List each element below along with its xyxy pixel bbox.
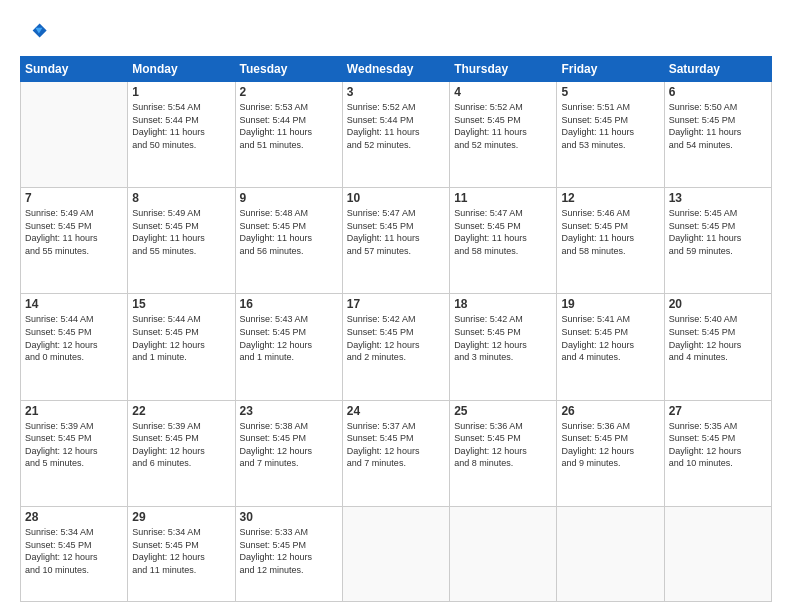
day-info: Sunrise: 5:51 AM Sunset: 5:45 PM Dayligh…	[561, 101, 659, 151]
day-info: Sunrise: 5:50 AM Sunset: 5:45 PM Dayligh…	[669, 101, 767, 151]
calendar-week-row: 1Sunrise: 5:54 AM Sunset: 5:44 PM Daylig…	[21, 82, 772, 188]
calendar-cell	[664, 506, 771, 601]
day-number: 8	[132, 191, 230, 205]
day-info: Sunrise: 5:53 AM Sunset: 5:44 PM Dayligh…	[240, 101, 338, 151]
day-info: Sunrise: 5:48 AM Sunset: 5:45 PM Dayligh…	[240, 207, 338, 257]
calendar-cell	[557, 506, 664, 601]
day-info: Sunrise: 5:36 AM Sunset: 5:45 PM Dayligh…	[454, 420, 552, 470]
calendar-cell: 16Sunrise: 5:43 AM Sunset: 5:45 PM Dayli…	[235, 294, 342, 400]
logo-icon	[20, 18, 48, 46]
day-number: 1	[132, 85, 230, 99]
calendar-cell: 20Sunrise: 5:40 AM Sunset: 5:45 PM Dayli…	[664, 294, 771, 400]
day-number: 21	[25, 404, 123, 418]
day-info: Sunrise: 5:44 AM Sunset: 5:45 PM Dayligh…	[25, 313, 123, 363]
calendar-cell: 5Sunrise: 5:51 AM Sunset: 5:45 PM Daylig…	[557, 82, 664, 188]
calendar-cell	[21, 82, 128, 188]
day-number: 28	[25, 510, 123, 524]
day-number: 9	[240, 191, 338, 205]
day-number: 5	[561, 85, 659, 99]
logo	[20, 18, 50, 46]
calendar-cell: 1Sunrise: 5:54 AM Sunset: 5:44 PM Daylig…	[128, 82, 235, 188]
calendar-cell: 18Sunrise: 5:42 AM Sunset: 5:45 PM Dayli…	[450, 294, 557, 400]
day-info: Sunrise: 5:43 AM Sunset: 5:45 PM Dayligh…	[240, 313, 338, 363]
day-number: 13	[669, 191, 767, 205]
day-number: 11	[454, 191, 552, 205]
calendar-cell: 22Sunrise: 5:39 AM Sunset: 5:45 PM Dayli…	[128, 400, 235, 506]
calendar-week-row: 28Sunrise: 5:34 AM Sunset: 5:45 PM Dayli…	[21, 506, 772, 601]
calendar-cell: 14Sunrise: 5:44 AM Sunset: 5:45 PM Dayli…	[21, 294, 128, 400]
day-info: Sunrise: 5:54 AM Sunset: 5:44 PM Dayligh…	[132, 101, 230, 151]
header-day: Wednesday	[342, 57, 449, 82]
header-day: Friday	[557, 57, 664, 82]
day-info: Sunrise: 5:42 AM Sunset: 5:45 PM Dayligh…	[347, 313, 445, 363]
day-info: Sunrise: 5:46 AM Sunset: 5:45 PM Dayligh…	[561, 207, 659, 257]
day-info: Sunrise: 5:52 AM Sunset: 5:44 PM Dayligh…	[347, 101, 445, 151]
calendar-cell: 28Sunrise: 5:34 AM Sunset: 5:45 PM Dayli…	[21, 506, 128, 601]
day-info: Sunrise: 5:47 AM Sunset: 5:45 PM Dayligh…	[347, 207, 445, 257]
day-info: Sunrise: 5:49 AM Sunset: 5:45 PM Dayligh…	[132, 207, 230, 257]
day-number: 20	[669, 297, 767, 311]
day-info: Sunrise: 5:44 AM Sunset: 5:45 PM Dayligh…	[132, 313, 230, 363]
day-number: 29	[132, 510, 230, 524]
day-number: 14	[25, 297, 123, 311]
calendar-cell: 7Sunrise: 5:49 AM Sunset: 5:45 PM Daylig…	[21, 188, 128, 294]
day-number: 17	[347, 297, 445, 311]
calendar-cell: 4Sunrise: 5:52 AM Sunset: 5:45 PM Daylig…	[450, 82, 557, 188]
page: SundayMondayTuesdayWednesdayThursdayFrid…	[0, 0, 792, 612]
day-info: Sunrise: 5:37 AM Sunset: 5:45 PM Dayligh…	[347, 420, 445, 470]
calendar-cell: 15Sunrise: 5:44 AM Sunset: 5:45 PM Dayli…	[128, 294, 235, 400]
calendar-cell: 9Sunrise: 5:48 AM Sunset: 5:45 PM Daylig…	[235, 188, 342, 294]
day-number: 25	[454, 404, 552, 418]
day-info: Sunrise: 5:42 AM Sunset: 5:45 PM Dayligh…	[454, 313, 552, 363]
calendar-cell: 29Sunrise: 5:34 AM Sunset: 5:45 PM Dayli…	[128, 506, 235, 601]
calendar-week-row: 14Sunrise: 5:44 AM Sunset: 5:45 PM Dayli…	[21, 294, 772, 400]
day-number: 15	[132, 297, 230, 311]
day-number: 26	[561, 404, 659, 418]
day-number: 23	[240, 404, 338, 418]
day-number: 10	[347, 191, 445, 205]
calendar-header: SundayMondayTuesdayWednesdayThursdayFrid…	[21, 57, 772, 82]
day-info: Sunrise: 5:47 AM Sunset: 5:45 PM Dayligh…	[454, 207, 552, 257]
calendar-cell: 21Sunrise: 5:39 AM Sunset: 5:45 PM Dayli…	[21, 400, 128, 506]
header-day: Sunday	[21, 57, 128, 82]
day-info: Sunrise: 5:49 AM Sunset: 5:45 PM Dayligh…	[25, 207, 123, 257]
header-day: Tuesday	[235, 57, 342, 82]
header-row: SundayMondayTuesdayWednesdayThursdayFrid…	[21, 57, 772, 82]
calendar-cell: 12Sunrise: 5:46 AM Sunset: 5:45 PM Dayli…	[557, 188, 664, 294]
day-number: 22	[132, 404, 230, 418]
calendar-cell: 27Sunrise: 5:35 AM Sunset: 5:45 PM Dayli…	[664, 400, 771, 506]
calendar-cell: 6Sunrise: 5:50 AM Sunset: 5:45 PM Daylig…	[664, 82, 771, 188]
header-day: Monday	[128, 57, 235, 82]
day-number: 16	[240, 297, 338, 311]
calendar-cell: 13Sunrise: 5:45 AM Sunset: 5:45 PM Dayli…	[664, 188, 771, 294]
day-info: Sunrise: 5:41 AM Sunset: 5:45 PM Dayligh…	[561, 313, 659, 363]
calendar-cell: 30Sunrise: 5:33 AM Sunset: 5:45 PM Dayli…	[235, 506, 342, 601]
calendar-cell: 8Sunrise: 5:49 AM Sunset: 5:45 PM Daylig…	[128, 188, 235, 294]
header-day: Saturday	[664, 57, 771, 82]
calendar-week-row: 21Sunrise: 5:39 AM Sunset: 5:45 PM Dayli…	[21, 400, 772, 506]
day-number: 27	[669, 404, 767, 418]
calendar-week-row: 7Sunrise: 5:49 AM Sunset: 5:45 PM Daylig…	[21, 188, 772, 294]
calendar-cell: 24Sunrise: 5:37 AM Sunset: 5:45 PM Dayli…	[342, 400, 449, 506]
calendar-cell: 3Sunrise: 5:52 AM Sunset: 5:44 PM Daylig…	[342, 82, 449, 188]
calendar-cell: 17Sunrise: 5:42 AM Sunset: 5:45 PM Dayli…	[342, 294, 449, 400]
calendar-cell: 19Sunrise: 5:41 AM Sunset: 5:45 PM Dayli…	[557, 294, 664, 400]
header	[20, 18, 772, 46]
calendar-cell: 2Sunrise: 5:53 AM Sunset: 5:44 PM Daylig…	[235, 82, 342, 188]
day-info: Sunrise: 5:35 AM Sunset: 5:45 PM Dayligh…	[669, 420, 767, 470]
day-info: Sunrise: 5:34 AM Sunset: 5:45 PM Dayligh…	[25, 526, 123, 576]
day-number: 3	[347, 85, 445, 99]
calendar-cell: 11Sunrise: 5:47 AM Sunset: 5:45 PM Dayli…	[450, 188, 557, 294]
calendar-cell: 26Sunrise: 5:36 AM Sunset: 5:45 PM Dayli…	[557, 400, 664, 506]
calendar-body: 1Sunrise: 5:54 AM Sunset: 5:44 PM Daylig…	[21, 82, 772, 602]
day-number: 6	[669, 85, 767, 99]
calendar-cell: 23Sunrise: 5:38 AM Sunset: 5:45 PM Dayli…	[235, 400, 342, 506]
day-info: Sunrise: 5:38 AM Sunset: 5:45 PM Dayligh…	[240, 420, 338, 470]
day-number: 30	[240, 510, 338, 524]
calendar-cell	[342, 506, 449, 601]
day-number: 4	[454, 85, 552, 99]
header-day: Thursday	[450, 57, 557, 82]
day-info: Sunrise: 5:34 AM Sunset: 5:45 PM Dayligh…	[132, 526, 230, 576]
day-info: Sunrise: 5:40 AM Sunset: 5:45 PM Dayligh…	[669, 313, 767, 363]
day-info: Sunrise: 5:52 AM Sunset: 5:45 PM Dayligh…	[454, 101, 552, 151]
